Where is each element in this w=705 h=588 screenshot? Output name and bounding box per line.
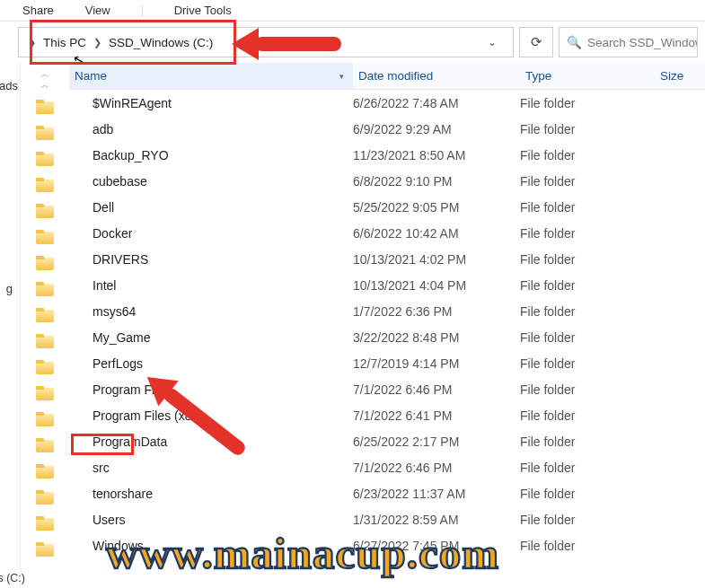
cell-type: File folder xyxy=(520,252,655,267)
breadcrumb[interactable]: ❯ This PC ❯ SSD_Windows (C:) ↖ ⌄ xyxy=(18,27,514,57)
table-row[interactable]: DRIVERS10/13/2021 4:02 PMFile folder xyxy=(69,246,705,272)
cell-date: 6/26/2022 7:48 AM xyxy=(353,96,520,110)
ribbon-separator xyxy=(142,4,143,17)
nav-fragment-drive[interactable]: ws (C:) xyxy=(0,568,27,588)
cell-type: File folder xyxy=(520,487,655,501)
folder-icon xyxy=(36,490,54,505)
table-row[interactable]: src7/1/2022 6:46 PMFile folder xyxy=(69,454,705,480)
cell-type: File folder xyxy=(520,434,655,449)
breadcrumb-dropdown-icon[interactable]: ⌄ xyxy=(471,36,513,48)
table-row[interactable]: adb6/9/2022 9:29 AMFile folder xyxy=(69,116,705,142)
cell-date: 7/1/2022 6:46 PM xyxy=(353,382,520,397)
breadcrumb-this-pc[interactable]: This PC xyxy=(41,36,88,49)
column-type[interactable]: Type xyxy=(520,69,655,83)
cell-name: Program Files (x86) xyxy=(69,408,353,423)
chevron-up-icon[interactable]: ︿ xyxy=(21,79,69,92)
refresh-button[interactable]: ⟳ xyxy=(519,27,553,57)
folder-icon xyxy=(36,438,54,452)
sort-indicator-icon: ▾ xyxy=(339,72,344,81)
table-row[interactable]: My_Game3/22/2022 8:48 PMFile folder xyxy=(69,324,705,350)
folder-icon xyxy=(36,542,54,557)
table-row[interactable]: Intel10/13/2021 4:04 PMFile folder xyxy=(69,272,705,298)
cell-date: 6/27/2022 7:45 PM xyxy=(353,539,520,553)
folder-icon xyxy=(36,308,54,322)
cell-type: File folder xyxy=(520,382,655,397)
folder-icon xyxy=(36,516,54,531)
cell-type: File folder xyxy=(520,148,655,162)
table-row[interactable]: cubebase6/8/2022 9:10 PMFile folder xyxy=(69,168,705,194)
cell-name: Users xyxy=(69,513,353,527)
cell-date: 10/13/2021 4:02 PM xyxy=(353,252,520,267)
cell-name: ProgramData xyxy=(69,434,353,449)
cell-date: 6/25/2022 2:17 PM xyxy=(353,434,520,449)
ribbon-drive-tools[interactable]: Drive Tools xyxy=(174,4,232,17)
column-headers: Name ▾ Date modified Type Size xyxy=(69,63,705,90)
cell-name: tenorshare xyxy=(69,487,353,501)
rows-container: $WinREAgent6/26/2022 7:48 AMFile foldera… xyxy=(69,90,705,588)
cell-type: File folder xyxy=(520,356,655,371)
nav-fragment-g[interactable]: g xyxy=(4,278,14,299)
search-input[interactable]: 🔍 Search SSD_Windows (C:) xyxy=(559,27,698,57)
cell-type: File folder xyxy=(520,513,655,527)
table-row[interactable]: Dell5/25/2022 9:05 PMFile folder xyxy=(69,194,705,220)
folder-icon xyxy=(36,230,54,244)
cell-type: File folder xyxy=(520,174,655,189)
table-row[interactable]: tenorshare6/23/2022 11:37 AMFile folder xyxy=(69,480,705,506)
table-row[interactable]: Backup_RYO11/23/2021 8:50 AMFile folder xyxy=(69,142,705,168)
cell-name: msys64 xyxy=(69,304,353,319)
table-row[interactable]: msys641/7/2022 6:36 PMFile folder xyxy=(69,298,705,324)
cell-date: 10/13/2021 4:04 PM xyxy=(353,278,520,293)
cell-date: 7/1/2022 6:41 PM xyxy=(353,408,520,423)
cell-name: DRIVERS xyxy=(69,252,353,267)
cell-type: File folder xyxy=(520,539,655,553)
folder-icon xyxy=(36,386,54,400)
cell-type: File folder xyxy=(520,278,655,293)
cell-date: 6/9/2022 9:29 AM xyxy=(353,122,520,136)
cell-date: 6/8/2022 9:10 PM xyxy=(353,174,520,189)
breadcrumb-drive[interactable]: SSD_Windows (C:) xyxy=(107,36,215,49)
nav-fragment-downloads[interactable]: oads xyxy=(0,75,20,96)
table-row[interactable]: Docker6/6/2022 10:42 AMFile folder xyxy=(69,220,705,246)
ribbon-share[interactable]: Share xyxy=(22,4,54,17)
table-row[interactable]: Windows6/27/2022 7:45 PMFile folder xyxy=(69,532,705,558)
search-placeholder: Search SSD_Windows (C:) xyxy=(587,36,698,49)
table-row[interactable]: ProgramData6/25/2022 2:17 PMFile folder xyxy=(69,428,705,454)
cell-date: 7/1/2022 6:46 PM xyxy=(353,461,520,475)
cell-name: cubebase xyxy=(69,174,353,189)
folder-icon xyxy=(36,178,54,192)
cell-name: $WinREAgent xyxy=(69,96,353,110)
folder-icon xyxy=(36,464,54,478)
folder-icon xyxy=(36,152,54,166)
table-row[interactable]: PerfLogs12/7/2019 4:14 PMFile folder xyxy=(69,350,705,376)
ribbon: Share View Drive Tools xyxy=(0,0,705,22)
address-row: ❯ This PC ❯ SSD_Windows (C:) ↖ ⌄ ⟳ 🔍 Sea… xyxy=(0,22,705,63)
cell-date: 6/6/2022 10:42 AM xyxy=(353,226,520,241)
table-row[interactable]: Program Files (x86)7/1/2022 6:41 PMFile … xyxy=(69,402,705,428)
column-name-label: Name xyxy=(75,69,107,83)
column-size[interactable]: Size xyxy=(655,69,705,83)
cell-type: File folder xyxy=(520,122,655,136)
cell-date: 1/7/2022 6:36 PM xyxy=(353,304,520,319)
column-date[interactable]: Date modified xyxy=(353,69,520,83)
table-row[interactable]: Program Files7/1/2022 6:46 PMFile folder xyxy=(69,376,705,402)
refresh-icon: ⟳ xyxy=(531,34,542,50)
table-row[interactable]: Users1/31/2022 8:59 AMFile folder xyxy=(69,506,705,532)
column-name[interactable]: Name ▾ xyxy=(69,63,353,89)
cell-type: File folder xyxy=(520,96,655,110)
cell-type: File folder xyxy=(520,226,655,241)
folder-icon xyxy=(36,282,54,296)
chevron-right-icon[interactable]: ❯ xyxy=(22,37,41,48)
folder-icon xyxy=(36,256,54,270)
cell-name: PerfLogs xyxy=(69,356,353,371)
table-row[interactable]: $WinREAgent6/26/2022 7:48 AMFile folder xyxy=(69,90,705,116)
cell-date: 11/23/2021 8:50 AM xyxy=(353,148,520,162)
ribbon-view[interactable]: View xyxy=(85,4,110,17)
cell-name: src xyxy=(69,461,353,475)
search-icon: 🔍 xyxy=(567,35,582,49)
folder-icon xyxy=(36,360,54,374)
cell-date: 3/22/2022 8:48 PM xyxy=(353,330,520,345)
chevron-right-icon[interactable]: ❯ xyxy=(88,37,107,48)
cell-date: 12/7/2019 4:14 PM xyxy=(353,356,520,371)
cell-date: 6/23/2022 11:37 AM xyxy=(353,487,520,501)
cell-date: 1/31/2022 8:59 AM xyxy=(353,513,520,527)
